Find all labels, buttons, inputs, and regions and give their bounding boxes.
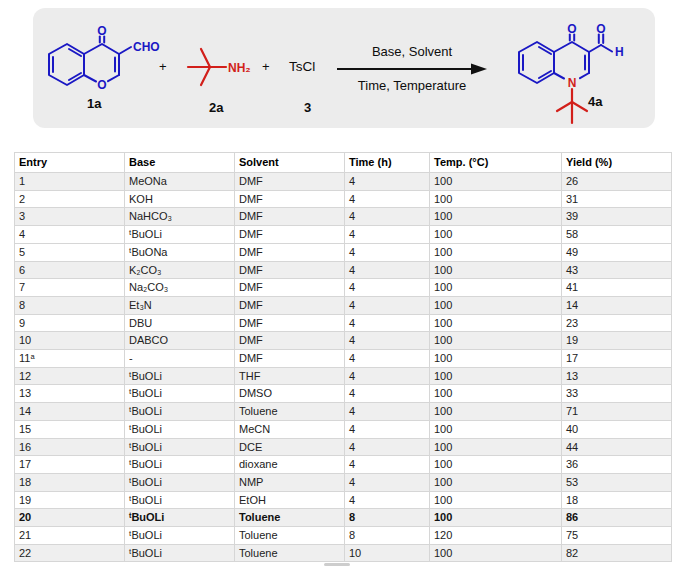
cell-time: 4 — [345, 350, 430, 368]
cell-solvent: Toluene — [235, 544, 345, 562]
cell-yield: 49 — [562, 243, 672, 261]
reaction-arrow — [337, 62, 487, 76]
table-row: 7 Na₂CO₃ DMF 4 100 41 — [15, 279, 672, 297]
cell-solvent: DMF — [235, 190, 345, 208]
table-row: 22 ᵗBuOLi Toluene 10 100 82 — [15, 544, 672, 562]
table-row: 17 ᵗBuOLi dioxane 4 100 36 — [15, 456, 672, 474]
cell-yield: 86 — [562, 509, 672, 527]
conditions-above-arrow: Base, Solvent — [333, 44, 491, 59]
cell-base: K₂CO₃ — [125, 261, 235, 279]
cell-temp: 100 — [430, 491, 562, 509]
cell-time: 4 — [345, 403, 430, 421]
table-row: 12 ᵗBuOLi THF 4 100 13 — [15, 367, 672, 385]
table-header-row: Entry Base Solvent Time (h) Temp. (°C) Y… — [15, 153, 672, 173]
cell-entry: 19 — [15, 491, 125, 509]
cell-entry: 16 — [15, 438, 125, 456]
cell-time: 4 — [345, 279, 430, 297]
cell-entry: 2 — [15, 190, 125, 208]
table-row: 1 MeONa DMF 4 100 26 — [15, 173, 672, 191]
cell-base: Na₂CO₃ — [125, 279, 235, 297]
cell-temp: 100 — [430, 279, 562, 297]
cell-solvent: DMSO — [235, 385, 345, 403]
cell-base: DBU — [125, 314, 235, 332]
cell-yield: 40 — [562, 420, 672, 438]
n-label-4a: N — [568, 76, 577, 90]
table-body: 1 MeONa DMF 4 100 26 2 KOH DMF 4 100 31 … — [15, 173, 672, 562]
cell-temp: 100 — [430, 332, 562, 350]
cell-base: NaHCO₃ — [125, 208, 235, 226]
cell-base: ᵗBuOLi — [125, 367, 235, 385]
cell-solvent: MeCN — [235, 420, 345, 438]
cell-entry: 4 — [15, 226, 125, 244]
header-entry: Entry — [15, 153, 125, 173]
cell-temp: 100 — [430, 314, 562, 332]
cell-yield: 41 — [562, 279, 672, 297]
cell-time: 4 — [345, 243, 430, 261]
cell-base: ᵗBuOLi — [125, 473, 235, 491]
cell-solvent: THF — [235, 367, 345, 385]
table-row: 15 ᵗBuOLi MeCN 4 100 40 — [15, 420, 672, 438]
cell-yield: 39 — [562, 208, 672, 226]
cell-base: ᵗBuOLi — [125, 420, 235, 438]
table-row: 20 ᵗBuOLi Toluene 8 100 86 — [15, 509, 672, 527]
cell-solvent: DMF — [235, 279, 345, 297]
table-row: 13 ᵗBuOLi DMSO 4 100 33 — [15, 385, 672, 403]
cell-yield: 18 — [562, 491, 672, 509]
compound-label-4a: 4a — [588, 94, 602, 109]
cell-time: 8 — [345, 527, 430, 545]
cell-yield: 58 — [562, 226, 672, 244]
cell-yield: 19 — [562, 332, 672, 350]
cell-entry: 13 — [15, 385, 125, 403]
cell-base: ᵗBuOLi — [125, 509, 235, 527]
cell-time: 4 — [345, 190, 430, 208]
compound-label-3: 3 — [304, 100, 311, 115]
cell-time: 4 — [345, 208, 430, 226]
cell-entry: 22 — [15, 544, 125, 562]
cell-yield: 23 — [562, 314, 672, 332]
cell-base: ᵗBuOLi — [125, 527, 235, 545]
cell-time: 8 — [345, 509, 430, 527]
cell-entry: 8 — [15, 296, 125, 314]
cell-solvent: DMF — [235, 332, 345, 350]
table-row: 4 ᵗBuOLi DMF 4 100 58 — [15, 226, 672, 244]
header-base: Base — [125, 153, 235, 173]
cell-temp: 100 — [430, 296, 562, 314]
table-row: 14 ᵗBuOLi Toluene 4 100 71 — [15, 403, 672, 421]
horizontal-scrollbar-thumb[interactable] — [324, 563, 350, 566]
h-label-4a: H — [615, 45, 624, 59]
table-row: 3 NaHCO₃ DMF 4 100 39 — [15, 208, 672, 226]
cell-entry: 20 — [15, 509, 125, 527]
cell-temp: 100 — [430, 173, 562, 191]
cell-base: ᵗBuOLi — [125, 226, 235, 244]
cell-base: ᵗBuOLi — [125, 456, 235, 474]
table-row: 2 KOH DMF 4 100 31 — [15, 190, 672, 208]
cell-solvent: DMF — [235, 314, 345, 332]
cell-time: 4 — [345, 332, 430, 350]
nh2-label-2a: NH₂ — [228, 61, 251, 75]
cell-temp: 100 — [430, 208, 562, 226]
cell-yield: 71 — [562, 403, 672, 421]
cell-time: 4 — [345, 173, 430, 191]
compound-label-1a: 1a — [87, 96, 101, 111]
cell-base: ᵗBuONa — [125, 243, 235, 261]
cell-time: 4 — [345, 226, 430, 244]
cell-temp: 100 — [430, 243, 562, 261]
molecule-1a-structure: O O CHO — [39, 22, 174, 114]
cell-entry: 9 — [15, 314, 125, 332]
header-time: Time (h) — [345, 153, 430, 173]
cell-base: Et₃N — [125, 296, 235, 314]
cell-solvent: NMP — [235, 473, 345, 491]
cell-yield: 33 — [562, 385, 672, 403]
cell-yield: 44 — [562, 438, 672, 456]
cell-base: MeONa — [125, 173, 235, 191]
compound-label-2a: 2a — [209, 100, 223, 115]
cell-time: 4 — [345, 261, 430, 279]
cell-time: 4 — [345, 456, 430, 474]
cell-yield: 43 — [562, 261, 672, 279]
cell-entry: 21 — [15, 527, 125, 545]
cell-temp: 100 — [430, 473, 562, 491]
conditions-below-arrow: Time, Temperature — [333, 78, 491, 93]
cell-time: 4 — [345, 491, 430, 509]
cell-time: 4 — [345, 314, 430, 332]
plus-sign-1: + — [159, 59, 167, 74]
